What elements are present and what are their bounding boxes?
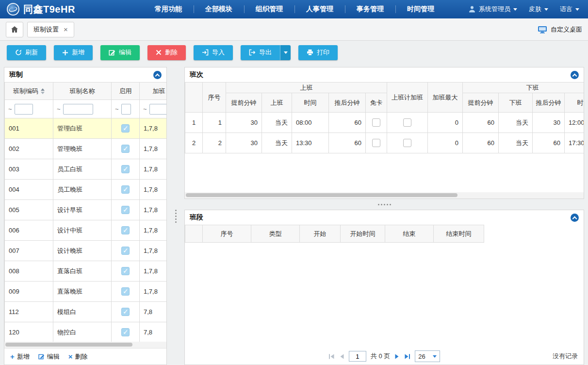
custom-desktop-button[interactable]: 自定义桌面 — [538, 25, 582, 34]
import-button[interactable]: 导入 — [194, 45, 233, 60]
shift-system-row[interactable]: 004员工晚班1,7,8 — [5, 180, 167, 200]
vertical-splitter[interactable] — [167, 67, 184, 365]
enabled-checkbox[interactable] — [121, 165, 130, 173]
footer-delete-button[interactable]: ×删除 — [68, 352, 88, 361]
next-page-button[interactable] — [394, 354, 400, 359]
horizontal-splitter[interactable] — [184, 199, 584, 210]
tab-shift-settings[interactable]: 班制设置 × — [27, 22, 74, 37]
nav-item-affairs-management[interactable]: 事务管理 — [345, 0, 395, 18]
shift-system-row[interactable]: 007设计晚班1,7,8 — [5, 241, 167, 261]
page-number-input[interactable] — [349, 351, 366, 362]
nav-item-hr-management[interactable]: 人事管理 — [294, 0, 345, 18]
edit-button[interactable]: 编辑 — [100, 45, 140, 60]
add-button[interactable]: 新增 — [54, 45, 93, 60]
enabled-checkbox[interactable] — [121, 124, 130, 133]
shift-row[interactable]: 1130当天08:0060060当天3012:00 — [185, 113, 584, 133]
refresh-button[interactable]: 刷新 — [7, 45, 46, 60]
sort-icon[interactable] — [41, 88, 45, 94]
cell-code: 008 — [5, 261, 53, 282]
code-filter-input[interactable] — [15, 104, 33, 115]
cell-overtime: 1,7,8 — [140, 282, 167, 302]
horizontal-scrollbar[interactable] — [185, 192, 584, 199]
cell-enabled — [112, 220, 140, 241]
no-card-checkbox[interactable] — [372, 139, 380, 147]
filter-operator[interactable]: ~ — [115, 105, 119, 113]
filter-operator[interactable]: ~ — [8, 105, 12, 113]
close-icon[interactable]: × — [64, 26, 68, 33]
user-menu[interactable]: 系统管理员 — [468, 5, 517, 14]
shifts-panel: 班次 序号 上班 上班计加班 加班最大 下班 — [184, 67, 584, 199]
enabled-checkbox[interactable] — [121, 328, 130, 336]
footer-delete-label: 删除 — [75, 352, 88, 361]
cell-off-time: 17:30 — [565, 133, 584, 153]
previous-page-button[interactable] — [339, 354, 344, 359]
footer-add-button[interactable]: +新增 — [10, 352, 30, 361]
shift-system-row[interactable]: 009直落晚班1,7,8 — [5, 282, 167, 302]
no-card-checkbox[interactable] — [372, 118, 380, 127]
work-overtime-checkbox[interactable] — [403, 139, 411, 147]
cell-code: 001 — [5, 118, 53, 139]
first-page-button[interactable] — [328, 354, 335, 359]
column-header-code[interactable]: 班制编码 — [5, 83, 53, 100]
nav-item-org-management[interactable]: 组织管理 — [244, 0, 294, 18]
cell-enabled — [112, 180, 140, 200]
footer-edit-button[interactable]: 编辑 — [38, 352, 60, 361]
shift-system-row[interactable]: 120物控白7,8 — [5, 322, 167, 342]
shift-system-row[interactable]: 112模组白7,8 — [5, 302, 167, 322]
enabled-checkbox[interactable] — [121, 287, 130, 296]
cell-name: 设计早班 — [53, 200, 112, 220]
home-tab[interactable] — [6, 22, 23, 37]
nav-item-time-management[interactable]: 时间管理 — [395, 0, 446, 18]
nav-item-common-functions[interactable]: 常用功能 — [143, 0, 194, 18]
enabled-checkbox[interactable] — [121, 267, 130, 275]
shift-system-row[interactable]: 005设计早班1,7,8 — [5, 200, 167, 220]
collapse-button[interactable] — [571, 214, 579, 222]
name-filter-input[interactable] — [63, 104, 93, 115]
language-menu[interactable]: 语言 — [560, 5, 579, 14]
export-dropdown-arrow[interactable] — [280, 45, 291, 60]
cell-name: 员工晚班 — [53, 180, 112, 200]
scrollbar-thumb[interactable] — [186, 193, 457, 197]
nav-item-all-modules[interactable]: 全部模块 — [194, 0, 244, 18]
column-header-work: 上班 — [262, 93, 292, 113]
enabled-checkbox[interactable] — [121, 226, 130, 234]
enabled-checkbox[interactable] — [121, 206, 130, 214]
shift-system-row[interactable]: 002管理晚班1,7,8 — [5, 139, 167, 159]
cell-work: 当天 — [262, 113, 292, 133]
overtime-filter-input[interactable] — [149, 104, 166, 115]
cell-off-late-min: 60 — [533, 133, 565, 153]
column-header-name[interactable]: 班制名称 — [53, 83, 112, 100]
delete-label: 删除 — [165, 48, 178, 57]
collapse-button[interactable] — [153, 71, 162, 79]
shift-row[interactable]: 2230当天13:3060060当天6017:30 — [185, 133, 584, 153]
enabled-checkbox[interactable] — [121, 247, 130, 255]
shift-system-row[interactable]: 008直落白班1,7,8 — [5, 261, 167, 282]
filter-operator[interactable]: ~ — [143, 105, 147, 113]
shift-system-row[interactable]: 003员工白班1,7,8 — [5, 159, 167, 180]
shift-system-grid: 班制编码 班制名称 启用 加班 ~ ~ ~ ~ 001管理白班1,7,8002管… — [4, 82, 166, 342]
last-page-button[interactable] — [404, 354, 410, 359]
shift-system-row[interactable]: 006设计中班1,7,8 — [5, 220, 167, 241]
column-header-overtime[interactable]: 加班 — [140, 83, 167, 100]
column-header-enabled[interactable]: 启用 — [112, 83, 140, 100]
scrollbar-thumb[interactable] — [5, 343, 132, 347]
panel-title: 班段 — [190, 213, 203, 222]
print-button[interactable]: 打印 — [298, 45, 338, 60]
print-icon — [307, 49, 313, 56]
skin-menu[interactable]: 皮肤 — [529, 5, 548, 14]
page-size-select[interactable]: 26 — [415, 350, 440, 362]
export-button[interactable]: 导出 — [241, 45, 280, 60]
enabled-checkbox[interactable] — [121, 308, 130, 316]
enabled-checkbox[interactable] — [121, 145, 130, 153]
shift-system-row[interactable]: 001管理白班1,7,8 — [5, 118, 167, 139]
enabled-filter-input[interactable] — [121, 104, 131, 115]
work-overtime-checkbox[interactable] — [403, 118, 411, 127]
column-header-off: 下班 — [499, 93, 533, 113]
collapse-button[interactable] — [571, 71, 579, 79]
delete-button[interactable]: 删除 — [147, 45, 186, 60]
edit-icon — [109, 49, 115, 56]
plus-icon — [62, 50, 68, 56]
horizontal-scrollbar[interactable] — [4, 342, 166, 348]
enabled-checkbox[interactable] — [121, 185, 130, 194]
filter-operator[interactable]: ~ — [57, 105, 61, 113]
